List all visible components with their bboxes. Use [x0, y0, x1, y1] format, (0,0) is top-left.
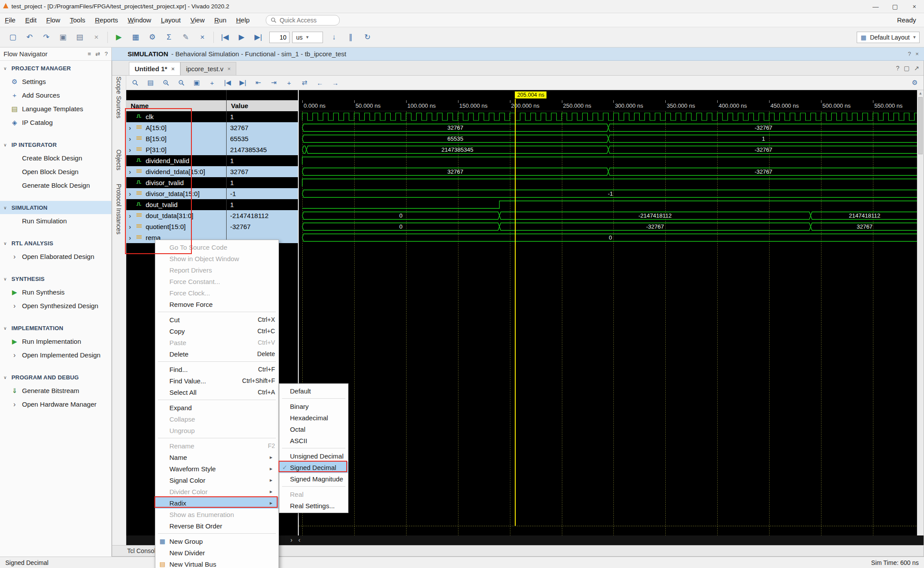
flow-item-settings[interactable]: ⚙Settings — [0, 75, 111, 88]
menu-item-new-divider[interactable]: New Divider — [155, 547, 279, 558]
menu-item-unsigned-decimal[interactable]: Unsigned Decimal — [279, 450, 348, 462]
menu-item-delete[interactable]: DeleteDelete — [155, 348, 279, 360]
tcl-console-tab[interactable]: Tcl Consol — [127, 547, 156, 554]
sim-unit-select[interactable]: us ▾ — [292, 32, 323, 43]
signal-name-row-clk[interactable]: clk — [126, 111, 226, 122]
expand-arrow-icon[interactable]: › — [129, 168, 134, 175]
menu-item-find[interactable]: Find...Ctrl+F — [155, 364, 279, 375]
scroll-left-icon[interactable]: ‹ — [298, 536, 301, 543]
signal-value[interactable]: 1 — [227, 155, 298, 166]
flow-item-open-hardware-manager[interactable]: ›Open Hardware Manager — [0, 397, 111, 411]
close-icon[interactable]: × — [915, 51, 919, 57]
expand-arrow-icon[interactable]: › — [129, 190, 134, 197]
menu-item-real-settings[interactable]: Real Settings... — [279, 500, 348, 511]
save-icon[interactable]: ▤ — [146, 78, 155, 87]
signal-value[interactable]: 1 — [227, 199, 298, 210]
zoom-in-icon[interactable]: + — [161, 78, 170, 87]
menu-edit[interactable]: Edit — [20, 15, 41, 25]
menu-item-waveform-style[interactable]: Waveform Style▸ — [155, 463, 279, 474]
swap-cursors-icon[interactable]: ⇄ — [300, 78, 309, 87]
flow-item-run-synthesis[interactable]: ▶Run Synthesis — [0, 285, 111, 299]
layout-selector[interactable]: ▦ Default Layout ▾ — [857, 32, 920, 43]
wave-row-rema[interactable]: 0 — [299, 232, 917, 243]
menu-reports[interactable]: Reports — [90, 15, 123, 25]
open-recent-icon[interactable]: ▢ — [8, 32, 18, 43]
menu-item-octal[interactable]: Octal — [279, 423, 348, 435]
flow-item-open-implemented-design[interactable]: ›Open Implemented Design — [0, 348, 111, 362]
flow-item-open-synthesized-design[interactable]: ›Open Synthesized Design — [0, 299, 111, 313]
menu-item-default[interactable]: Default — [279, 385, 348, 397]
delete-icon[interactable]: × — [92, 32, 101, 43]
menu-item-new-group[interactable]: ▦New Group — [155, 535, 279, 547]
flow-item-generate-bitstream[interactable]: ⇓Generate Bitstream — [0, 384, 111, 397]
flow-item-generate-block-design[interactable]: Generate Block Design — [0, 178, 111, 192]
flow-section-header-project-manager[interactable]: ∨PROJECT MANAGER — [0, 62, 111, 75]
wave-row-b-15-0[interactable]: 655351 — [299, 133, 917, 144]
zoom-out-icon[interactable]: − — [177, 78, 186, 87]
flow-section-header-rtl-analysis[interactable]: ∨RTL ANALYSIS — [0, 237, 111, 250]
signal-value[interactable]: -2147418112 — [227, 210, 298, 221]
menu-icon[interactable]: ≡ — [88, 51, 91, 57]
expand-arrow-icon[interactable]: › — [129, 234, 134, 241]
scroll-right-icon[interactable]: › — [290, 536, 293, 543]
go-to-start-icon[interactable]: |◀ — [223, 78, 232, 87]
signal-value[interactable]: 32767 — [227, 122, 298, 133]
next-transition-icon[interactable]: ⇥ — [269, 78, 278, 87]
sim-runtime-input[interactable] — [269, 32, 290, 43]
signal-value[interactable]: 32767 — [227, 166, 298, 177]
flow-section-header-program-and-debug[interactable]: ∨PROGRAM AND DEBUG — [0, 371, 111, 384]
signal-name-row-dout-tvalid[interactable]: dout_tvalid — [126, 199, 226, 210]
paste-icon[interactable]: ▤ — [75, 32, 84, 43]
minimize-button[interactable]: — — [866, 0, 885, 13]
menu-item-name[interactable]: Name▸ — [155, 451, 279, 463]
menu-item-signed-magnitude[interactable]: Signed Magnitude — [279, 473, 348, 484]
sigma-icon[interactable]: Σ — [164, 32, 174, 43]
expand-arrow-icon[interactable]: › — [129, 124, 134, 131]
menu-tools[interactable]: Tools — [65, 15, 90, 25]
flow-item-ip-catalog[interactable]: ◈IP Catalog — [0, 116, 111, 129]
wave-row-dividend-tdata-15-0[interactable]: 32767-32767 — [299, 166, 917, 177]
pencil-icon[interactable]: ✎ — [181, 32, 191, 43]
vertical-scrollbar-thumb[interactable] — [918, 97, 923, 154]
flow-item-open-elaborated-design[interactable]: ›Open Elaborated Design — [0, 250, 111, 263]
relaunch-icon[interactable]: ↻ — [363, 32, 372, 43]
menu-item-hexadecimal[interactable]: Hexadecimal — [279, 412, 348, 423]
flow-section-header-simulation[interactable]: ∨SIMULATION — [0, 201, 111, 214]
undo-icon[interactable]: ↶ — [25, 32, 34, 43]
close-tab-icon[interactable]: × — [227, 66, 231, 72]
go-to-end-icon[interactable]: ▶| — [238, 78, 247, 87]
signal-value[interactable]: 1 — [227, 177, 298, 188]
menu-window[interactable]: Window — [123, 15, 156, 25]
run-all-icon[interactable]: ▶ — [237, 32, 246, 43]
settings-gear-icon[interactable]: ⚙ — [910, 78, 919, 87]
wave-row-p-31-0[interactable]: 2147385345-32767 — [299, 144, 917, 155]
wave-canvas[interactable]: 205.004 ns 0.000 ns50.000 ns100.000 ns15… — [298, 90, 917, 535]
zoom-fit-icon[interactable]: ▣ — [192, 78, 201, 87]
signal-value[interactable]: -32767 — [227, 221, 298, 232]
menu-item-copy[interactable]: CopyCtrl+C — [155, 325, 279, 337]
help-icon[interactable]: ? — [896, 65, 899, 72]
help-icon[interactable]: ? — [908, 51, 911, 57]
signal-name-row-a-15-0[interactable]: ›A[15:0] — [126, 122, 226, 133]
side-tab-objects[interactable]: Objects — [115, 149, 122, 170]
quick-access-search[interactable] — [266, 15, 340, 25]
menu-run[interactable]: Run — [209, 15, 231, 25]
menu-item-ascii[interactable]: ASCII — [279, 435, 348, 446]
expand-arrow-icon[interactable]: › — [129, 135, 134, 142]
run-for-icon[interactable]: ▶| — [253, 32, 263, 43]
menu-item-new-virtual-bus[interactable]: ▤New Virtual Bus — [155, 558, 279, 568]
restart-icon[interactable]: |◀ — [220, 32, 230, 43]
menu-file[interactable]: File — [0, 15, 20, 25]
expand-arrow-icon[interactable]: › — [129, 223, 134, 230]
pause-icon[interactable]: ∥ — [346, 32, 356, 43]
time-cursor[interactable] — [515, 99, 516, 526]
wave-row-a-15-0[interactable]: 32767-32767 — [299, 122, 917, 133]
wave-row-clk[interactable] — [299, 111, 917, 122]
menu-view[interactable]: View — [186, 15, 209, 25]
vertical-scrollbar[interactable]: ▲ — [917, 90, 924, 535]
close-tab-icon[interactable]: × — [171, 66, 175, 72]
menu-item-binary[interactable]: Binary — [279, 401, 348, 412]
snap-left-icon[interactable]: ← — [315, 78, 324, 87]
flow-item-run-implementation[interactable]: ▶Run Implementation — [0, 335, 111, 348]
wave-row-quotient-15-0[interactable]: 0-3276732767 — [299, 221, 917, 232]
